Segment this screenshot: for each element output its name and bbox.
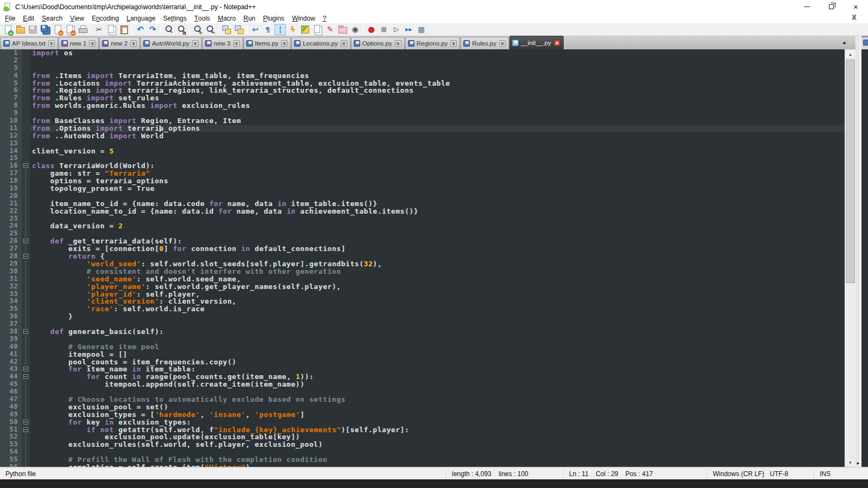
save-all-icon[interactable] xyxy=(40,24,51,35)
scrollbar-track[interactable] xyxy=(845,59,856,458)
tab-close-icon[interactable]: x xyxy=(130,40,137,47)
tab-options-py[interactable]: Options.pyx xyxy=(351,37,405,49)
code-line[interactable]: 22 location_name_to_id = {name: data.id … xyxy=(0,208,845,215)
macro-run-multiple-icon[interactable]: ▶▶ xyxy=(403,24,414,35)
macro-stop-icon[interactable]: ■ xyxy=(378,24,390,35)
code-line[interactable]: 4from .Items import TerrariaItem, item_t… xyxy=(0,72,845,80)
close-button[interactable]: × xyxy=(844,0,868,14)
code-line[interactable]: 18 options = terraria_options xyxy=(0,177,845,185)
code-line[interactable]: 16−class TerrariaWorld(World): xyxy=(0,162,845,170)
undo-icon[interactable]: ↶ xyxy=(135,24,146,35)
code-line[interactable]: 54 xyxy=(0,448,845,456)
paste-icon[interactable] xyxy=(118,24,130,35)
fold-collapse-icon[interactable]: − xyxy=(23,420,28,425)
zoom-in-icon[interactable]: + xyxy=(192,24,203,35)
file-monitoring-icon[interactable]: ◉ xyxy=(349,24,361,35)
fold-toggle[interactable]: − xyxy=(22,237,30,245)
code-line[interactable]: 21 item_name_to_id = {name: data.code fo… xyxy=(0,200,845,208)
fold-collapse-icon[interactable]: − xyxy=(23,427,28,432)
scroll-up-icon[interactable]: ▴ xyxy=(845,49,856,59)
tab-close-icon[interactable]: x xyxy=(281,40,288,47)
fold-toggle[interactable]: − xyxy=(22,253,30,260)
fold-collapse-icon[interactable]: − xyxy=(23,374,28,379)
tab-new-3[interactable]: new 3x xyxy=(202,37,243,49)
code-line[interactable]: 26− def _get_terraria_data(self): xyxy=(0,237,845,245)
view-splitter[interactable]: ► xyxy=(856,36,860,467)
word-wrap-icon[interactable]: ↩ xyxy=(250,24,261,35)
close-file-icon[interactable]: − xyxy=(52,24,63,35)
code-line[interactable]: 34 'client_version': client_version, xyxy=(0,298,845,305)
code-line[interactable]: 44− for count in range(pool_counts.get(i… xyxy=(0,373,845,381)
code-line[interactable]: 47 # Choose locations to automatically e… xyxy=(0,396,845,403)
code-line[interactable]: 27 exits = [connection[0] for connection… xyxy=(0,245,845,253)
copy-icon[interactable] xyxy=(106,24,117,35)
tab-scroll-left-icon[interactable]: ◄ xyxy=(841,40,846,46)
menu-item-run[interactable]: Run xyxy=(240,14,259,23)
code-line[interactable]: 35 'race': self.world.is_race xyxy=(0,305,845,313)
tab-autoworld-py[interactable]: AutoWorld.pyx xyxy=(141,37,202,49)
code-line[interactable]: 32 'player_name': self.world.get_player_… xyxy=(0,283,845,291)
code-line[interactable]: 51− if not getattr(self.world, f"include… xyxy=(0,426,845,434)
edit-pencil-icon[interactable]: ✎ xyxy=(324,24,336,35)
code-line[interactable]: 36 } xyxy=(0,313,845,320)
sync-horizontal-icon[interactable] xyxy=(233,24,245,35)
code-line[interactable]: 14client_version = 5 xyxy=(0,147,845,155)
tab-items-py[interactable]: Items.pyx xyxy=(244,37,291,49)
menu-item-window[interactable]: Window xyxy=(288,14,319,23)
code-line[interactable]: 17 game: str = "Terraria" xyxy=(0,170,845,177)
new-file-icon[interactable]: + xyxy=(2,24,14,35)
code-line[interactable]: 2 xyxy=(0,57,845,65)
code-line[interactable]: 6from .Regions import terraria_regions, … xyxy=(0,87,845,94)
code-line[interactable]: 12from ..AutoWorld import World xyxy=(0,132,845,140)
code-line[interactable]: 31 'seed_name': self.world.seed_name, xyxy=(0,275,845,283)
macro-play-icon[interactable]: ▷ xyxy=(391,24,402,35)
menu-item-[interactable]: ? xyxy=(319,14,330,23)
tab-new-2[interactable]: new 2x xyxy=(99,37,140,49)
tab-rules-py[interactable]: Rules.pyx xyxy=(461,37,509,49)
fold-toggle[interactable]: − xyxy=(22,162,30,170)
menu-item-encoding[interactable]: Encoding xyxy=(88,14,123,23)
fold-collapse-icon[interactable]: − xyxy=(23,254,28,259)
tab-close-icon[interactable]: x xyxy=(395,40,401,47)
zoom-out-icon[interactable]: − xyxy=(205,24,216,35)
replace-icon[interactable]: a xyxy=(176,24,187,35)
tab-close-icon[interactable]: x xyxy=(233,40,240,47)
code-line[interactable]: 28− return { xyxy=(0,253,845,260)
macro-record-icon[interactable]: ● xyxy=(366,24,377,35)
vertical-scrollbar[interactable]: ▴ ▾ xyxy=(845,49,856,467)
fold-toggle[interactable]: − xyxy=(22,365,30,373)
code-line[interactable]: 53 exclusion_rules(self.world, self.play… xyxy=(0,441,845,448)
code-line[interactable]: 1import os xyxy=(0,49,845,57)
fold-collapse-icon[interactable]: − xyxy=(23,239,28,243)
cut-icon[interactable]: ✂ xyxy=(93,24,105,35)
code-line[interactable]: 30 # consistent and doesn't interfere wi… xyxy=(0,268,845,275)
code-line[interactable]: 46 xyxy=(0,388,845,396)
function-completion-icon[interactable]: ϟ xyxy=(287,24,298,35)
fold-toggle[interactable]: − xyxy=(22,373,30,381)
split-view-tab[interactable] xyxy=(861,36,868,49)
code-line[interactable]: 13 xyxy=(0,140,845,147)
show-all-characters-icon[interactable]: ¶ xyxy=(262,24,273,35)
code-line[interactable]: 41 itempool = [] xyxy=(0,351,845,358)
fold-toggle[interactable]: − xyxy=(22,419,30,426)
scrollbar-thumb[interactable] xyxy=(846,60,855,283)
code-line[interactable]: 29 'world_seed': self.world.slot_seeds[s… xyxy=(0,260,845,268)
menu-item-edit[interactable]: Edit xyxy=(19,14,38,23)
code-line[interactable]: 8from worlds.generic.Rules import exclus… xyxy=(0,102,845,110)
code-line[interactable]: 38− def generate_basic(self): xyxy=(0,328,845,336)
document-list-icon[interactable] xyxy=(312,24,323,35)
fold-toggle[interactable]: − xyxy=(22,328,30,336)
tab-close-icon[interactable]: x xyxy=(554,40,560,46)
tab--init-py[interactable]: __init__.pyx xyxy=(509,36,564,49)
status-eol-format[interactable]: Windows (CR LF) xyxy=(707,469,764,478)
code-editor[interactable]: 1import os234from .Items import Terraria… xyxy=(0,49,845,467)
code-line[interactable]: 49 exclusion_types = ['hardmode', 'insan… xyxy=(0,411,845,419)
tab-close-icon[interactable]: x xyxy=(450,40,457,47)
restore-button[interactable] xyxy=(819,0,844,14)
minimize-button[interactable] xyxy=(795,0,819,14)
menu-item-settings[interactable]: Settings xyxy=(159,14,190,23)
code-line[interactable]: 45 itempool.append(self.create_item(item… xyxy=(0,381,845,388)
code-line[interactable]: 50− for key in exclusion_types: xyxy=(0,419,845,426)
code-line[interactable]: 20 xyxy=(0,192,845,200)
menu-close-document-icon[interactable]: X xyxy=(852,14,856,21)
